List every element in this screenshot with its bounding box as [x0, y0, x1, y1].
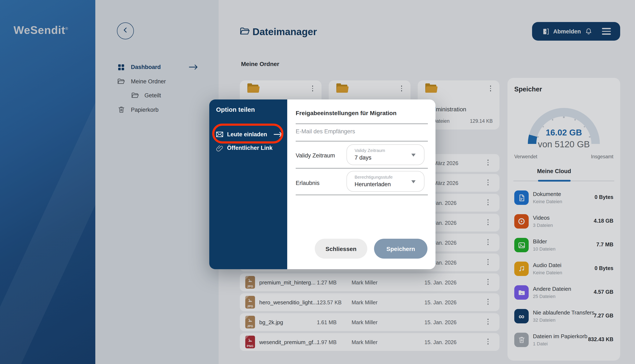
caret-down-icon — [411, 180, 416, 183]
recipient-email-field[interactable]: E-Mail des Empfängers — [296, 128, 355, 134]
share-settings-panel: Freigabeeinstellungen für Migration E-Ma… — [287, 100, 436, 269]
validity-select[interactable]: Validy Zeitraum 7 days — [347, 144, 425, 165]
app-root: WeSendit® DashboardMeine OrdnerGeteiltPa… — [0, 0, 635, 364]
settings-title: Freigabeeinstellungen für Migration — [296, 110, 397, 116]
validity-row-label: Validy Zeitraum — [296, 152, 335, 159]
permission-select-value: Herunterladen — [355, 181, 391, 188]
save-button[interactable]: Speichern — [374, 239, 427, 258]
share-option-label: Öffentlicher Link — [227, 144, 273, 151]
caret-down-icon — [411, 154, 416, 156]
validity-select-value: 7 days — [355, 154, 372, 161]
divider — [296, 168, 428, 168]
highlight-annotation — [212, 124, 283, 144]
divider — [296, 195, 428, 195]
share-options-title: Option teilen — [216, 106, 255, 113]
divider — [296, 141, 428, 141]
divider — [296, 124, 428, 124]
permission-select-label: Berechtigungsstufe — [355, 174, 393, 180]
permission-row-label: Erlaubnis — [296, 180, 320, 186]
paperclip-icon — [216, 144, 224, 151]
permission-select[interactable]: Berechtigungsstufe Herunterladen — [347, 171, 425, 192]
close-button[interactable]: Schliessen — [315, 239, 367, 258]
validity-select-label: Validy Zeitraum — [355, 148, 385, 153]
